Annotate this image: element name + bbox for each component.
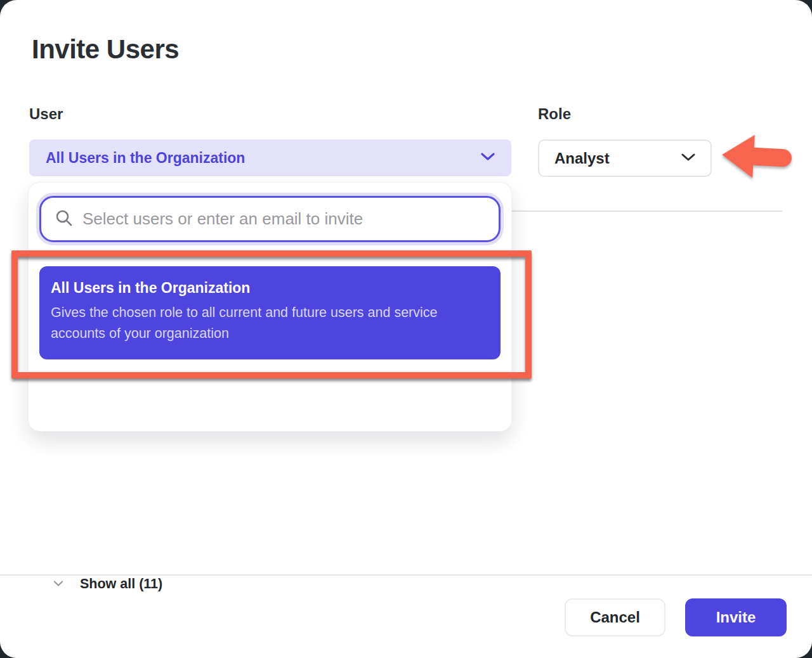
chevron-down-icon [481,152,495,164]
role-selected-value: Analyst [554,150,610,167]
role-select-trigger[interactable]: Analyst [538,139,712,177]
invite-button[interactable]: Invite [685,598,787,636]
option-title: All Users in the Organization [51,280,489,297]
user-selected-value: All Users in the Organization [46,150,245,167]
footer-divider [0,574,812,576]
page-title: Invite Users [32,34,179,65]
cancel-button[interactable]: Cancel [565,598,665,636]
divider [512,210,782,212]
search-icon [55,209,72,229]
user-search-input[interactable] [82,209,485,229]
user-dropdown-panel: All Users in the Organization Gives the … [29,183,511,431]
annotation-arrow-icon [719,129,796,184]
chevron-down-icon [681,153,695,164]
role-field-label: Role [538,105,571,123]
show-all-toggle[interactable]: Show all (11) [53,574,162,593]
invite-users-dialog: Invite Users User Role All Users in the … [0,0,812,658]
option-description: Gives the chosen role to all current and… [51,302,488,344]
chevron-down-icon [53,578,63,590]
user-select-trigger[interactable]: All Users in the Organization [29,139,511,176]
user-search-box [39,196,501,242]
show-all-label: Show all (11) [80,576,162,592]
option-all-users[interactable]: All Users in the Organization Gives the … [39,266,501,359]
user-field-label: User [29,105,63,123]
